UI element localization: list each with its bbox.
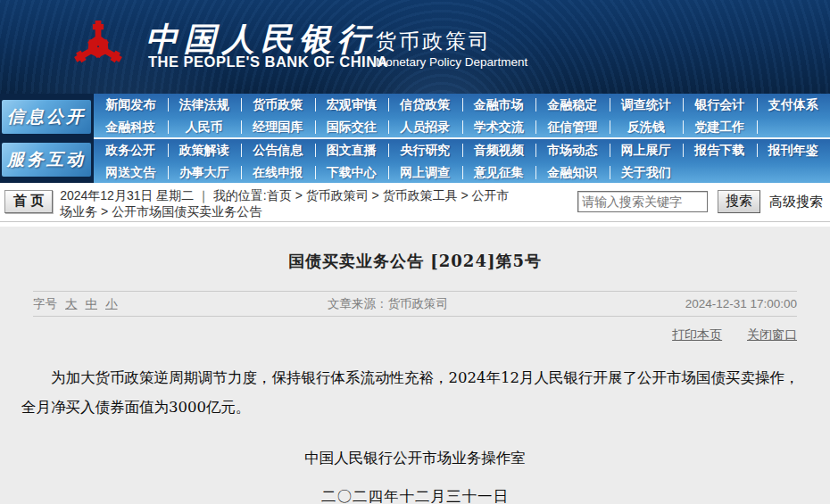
- nav-item[interactable]: 网上调查: [388, 161, 462, 184]
- nav-item[interactable]: 在线申报: [241, 161, 315, 184]
- article-datetime: 2024-12-31 17:00:00: [685, 297, 797, 310]
- nav-item[interactable]: 人民币: [168, 116, 242, 138]
- nav-menu: 新闻发布法律法规货币政策宏观审慎信贷政策金融市场金融稳定调查统计银行会计支付体系…: [94, 94, 830, 183]
- nav-item[interactable]: 公告信息: [241, 139, 315, 161]
- breadcrumb-separator: ｜: [197, 188, 210, 202]
- nav-item[interactable]: 经理国库: [241, 116, 315, 138]
- search-group: 搜索 高级搜索: [577, 190, 825, 213]
- breadcrumb[interactable]: 2024年12月31日 星期二 ｜ 我的位置:首页 > 货币政策司 > 货币政策…: [60, 187, 517, 219]
- nav-item[interactable]: 网送文告: [94, 161, 168, 184]
- nav-item[interactable]: 法律法规: [168, 94, 242, 116]
- article-title: 国债买卖业务公告 [2024]第5号: [0, 251, 830, 272]
- nav-item[interactable]: 支付体系: [757, 94, 830, 116]
- nav-item[interactable]: 宏观审慎: [315, 94, 389, 116]
- nav-item[interactable]: 市场动态: [535, 139, 610, 161]
- source-label: 文章来源：: [328, 297, 388, 310]
- advanced-search-link[interactable]: 高级搜索: [769, 194, 823, 211]
- print-page-link[interactable]: 打印本页: [672, 327, 722, 342]
- nav-item[interactable]: 新闻发布: [94, 94, 168, 116]
- nav-item[interactable]: 信贷政策: [388, 94, 462, 116]
- nav-item[interactable]: 报刊年鉴: [757, 139, 830, 161]
- nav-row: 政务公开政策解读公告信息图文直播央行研究音频视频市场动态网上展厅报告下载报刊年鉴: [94, 139, 830, 161]
- nav-band-service: 政务公开政策解读公告信息图文直播央行研究音频视频市场动态网上展厅报告下载报刊年鉴…: [94, 137, 830, 183]
- font-size-controls: 字号 大 中 小: [33, 296, 328, 312]
- nav-item[interactable]: 金融知识: [535, 161, 610, 184]
- article-meta-row: 字号 大 中 小 文章来源：货币政策司 2024-12-31 17:00:00: [33, 291, 797, 317]
- nav-item[interactable]: 反洗钱: [610, 116, 684, 138]
- article-content: 国债买卖业务公告 [2024]第5号 字号 大 中 小 文章来源：货币政策司 2…: [0, 222, 830, 504]
- current-date: 2024年12月31日 星期二: [60, 188, 194, 202]
- nav-item[interactable]: 图文直播: [315, 139, 389, 161]
- nav-item[interactable]: 政务公开: [94, 139, 168, 161]
- dept-name-cn: 货币政策司: [376, 28, 492, 55]
- article-source: 文章来源：货币政策司: [328, 296, 685, 312]
- nav-item[interactable]: 报告下载: [683, 139, 757, 161]
- nav-item[interactable]: 金融科技: [94, 116, 168, 138]
- nav-item[interactable]: 音频视频: [462, 139, 536, 161]
- nav-section-tabs: 信息公开 服务互动: [0, 94, 94, 183]
- nav-row: 金融科技人民币经理国库国际交往人员招录学术交流征信管理反洗钱党建工作: [94, 116, 830, 138]
- pboc-logo-icon: [73, 12, 123, 77]
- article-paragraph: 为加大货币政策逆周期调节力度，保持银行体系流动性充裕，2024年12月人民银行开…: [21, 363, 809, 422]
- nav-item[interactable]: 办事大厅: [168, 161, 242, 184]
- nav-item[interactable]: 学术交流: [462, 116, 536, 138]
- nav-item[interactable]: 银行会计: [683, 94, 757, 116]
- close-window-link[interactable]: 关闭窗口: [747, 327, 797, 342]
- nav-row: 新闻发布法律法规货币政策宏观审慎信贷政策金融市场金融稳定调查统计银行会计支付体系: [94, 94, 830, 116]
- breadcrumb-bar: 首 页 2024年12月31日 星期二 ｜ 我的位置:首页 > 货币政策司 > …: [0, 183, 830, 222]
- font-size-label: 字号: [33, 296, 57, 312]
- article-signature: 中国人民银行公开市场业务操作室: [0, 449, 830, 468]
- nav-item[interactable]: 调查统计: [610, 94, 684, 116]
- site-header: 中国人民银行 THE PEOPLE'S BANK OF CHINA 货币政策司 …: [0, 0, 830, 94]
- nav-item[interactable]: 政策解读: [168, 139, 242, 161]
- nav-item[interactable]: 货币政策: [241, 94, 315, 116]
- nav-item[interactable]: 金融稳定: [535, 94, 610, 116]
- main-nav: 信息公开 服务互动 新闻发布法律法规货币政策宏观审慎信贷政策金融市场金融稳定调查…: [0, 94, 830, 183]
- nav-item[interactable]: 央行研究: [388, 139, 462, 161]
- nav-item[interactable]: 人员招录: [388, 116, 462, 138]
- nav-item[interactable]: 关于我们: [610, 161, 684, 184]
- font-size-large[interactable]: 大: [65, 296, 78, 312]
- search-button[interactable]: 搜索: [718, 190, 760, 213]
- source-value: 货币政策司: [388, 297, 449, 310]
- nav-tab-info-disclosure[interactable]: 信息公开: [2, 100, 91, 134]
- nav-row: 网送文告办事大厅在线申报下载中心网上调查意见征集金融知识关于我们: [94, 161, 830, 184]
- home-button[interactable]: 首 页: [4, 190, 53, 213]
- nav-tab-service-interaction[interactable]: 服务互动: [2, 143, 91, 177]
- nav-item[interactable]: 征信管理: [535, 116, 610, 138]
- nav-item[interactable]: 网上展厅: [610, 139, 684, 161]
- font-size-small[interactable]: 小: [105, 296, 118, 312]
- nav-item[interactable]: 意见征集: [462, 161, 536, 184]
- article-actions: 打印本页 关闭窗口: [33, 327, 797, 343]
- nav-item[interactable]: 下载中心: [315, 161, 389, 184]
- font-size-medium[interactable]: 中: [86, 296, 98, 312]
- nav-band-info: 新闻发布法律法规货币政策宏观审慎信贷政策金融市场金融稳定调查统计银行会计支付体系…: [94, 94, 830, 137]
- bank-name-en: THE PEOPLE'S BANK OF CHINA: [148, 54, 388, 70]
- nav-item[interactable]: 党建工作: [683, 116, 757, 138]
- article-sign-date: 二〇二四年十二月三十一日: [0, 487, 830, 504]
- nav-item-empty: [757, 116, 830, 138]
- nav-item[interactable]: 金融市场: [462, 94, 536, 116]
- nav-item[interactable]: 国际交往: [315, 116, 389, 138]
- search-input[interactable]: [577, 191, 708, 212]
- dept-name-en: Monetary Policy Department: [376, 55, 527, 69]
